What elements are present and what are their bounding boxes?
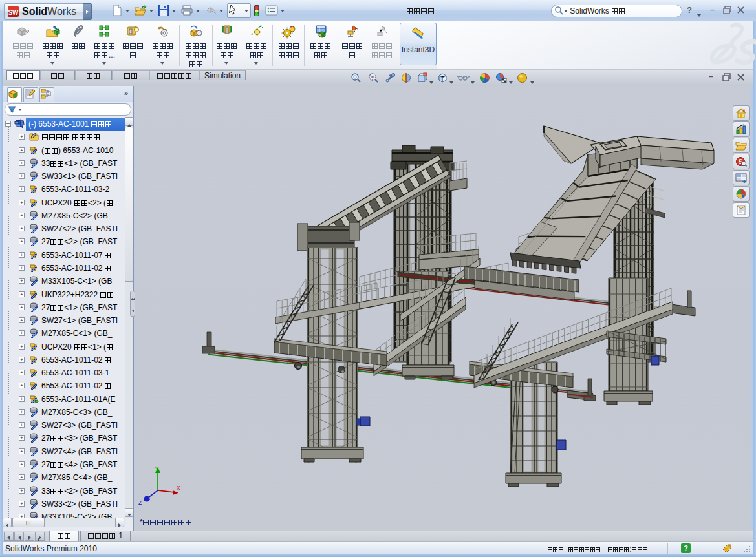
svg-text:Y: Y [155,467,159,473]
svg-text:Z: Z [138,500,142,507]
svg-text:SW: SW [8,9,19,16]
svg-text:X: X [177,485,180,492]
svg-text:*: * [260,25,262,29]
